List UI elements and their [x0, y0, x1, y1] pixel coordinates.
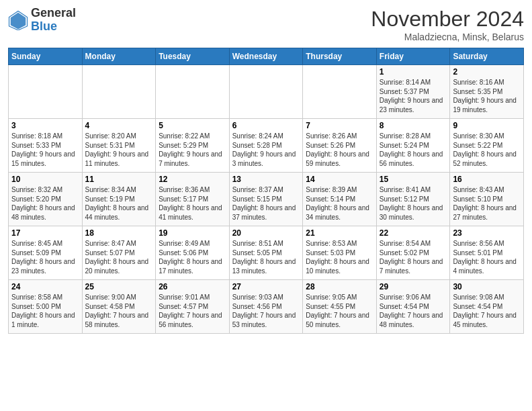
day-info: Sunrise: 8:14 AM Sunset: 5:37 PM Dayligh…	[380, 78, 447, 114]
calendar-cell: 21Sunrise: 8:53 AM Sunset: 5:03 PM Dayli…	[303, 226, 377, 280]
day-info: Sunrise: 8:18 AM Sunset: 5:33 PM Dayligh…	[11, 132, 79, 168]
logo-general: General	[31, 7, 76, 20]
calendar-cell: 15Sunrise: 8:41 AM Sunset: 5:12 PM Dayli…	[376, 173, 450, 226]
day-info: Sunrise: 8:56 AM Sunset: 5:01 PM Dayligh…	[453, 239, 521, 275]
day-number: 2	[453, 67, 521, 77]
day-number: 26	[159, 282, 226, 291]
calendar-cell: 10Sunrise: 8:32 AM Sunset: 5:20 PM Dayli…	[9, 173, 83, 226]
day-number: 29	[380, 282, 447, 291]
calendar-cell: 3Sunrise: 8:18 AM Sunset: 5:33 PM Daylig…	[9, 119, 83, 173]
day-number: 6	[232, 121, 300, 130]
calendar-cell: 30Sunrise: 9:08 AM Sunset: 4:54 PM Dayli…	[450, 280, 524, 334]
day-number: 8	[380, 121, 447, 130]
calendar-cell: 20Sunrise: 8:51 AM Sunset: 5:05 PM Dayli…	[229, 226, 303, 280]
calendar-cell	[82, 65, 156, 119]
header-monday: Monday	[82, 48, 156, 65]
day-number: 5	[159, 121, 226, 130]
day-info: Sunrise: 8:24 AM Sunset: 5:28 PM Dayligh…	[232, 132, 300, 168]
calendar-cell: 8Sunrise: 8:28 AM Sunset: 5:24 PM Daylig…	[376, 119, 450, 173]
day-info: Sunrise: 8:22 AM Sunset: 5:29 PM Dayligh…	[159, 132, 226, 168]
calendar-cell: 2Sunrise: 8:16 AM Sunset: 5:35 PM Daylig…	[450, 65, 524, 119]
day-number: 13	[232, 175, 300, 184]
calendar-cell: 16Sunrise: 8:43 AM Sunset: 5:10 PM Dayli…	[450, 173, 524, 226]
day-number: 15	[380, 175, 447, 184]
calendar-week-3: 17Sunrise: 8:45 AM Sunset: 5:09 PM Dayli…	[9, 226, 524, 280]
day-info: Sunrise: 8:41 AM Sunset: 5:12 PM Dayligh…	[380, 185, 447, 222]
calendar-cell	[9, 65, 83, 119]
day-number: 17	[11, 228, 79, 238]
day-number: 24	[11, 282, 79, 291]
day-info: Sunrise: 8:54 AM Sunset: 5:02 PM Dayligh…	[380, 239, 447, 275]
logo: General Blue	[8, 7, 76, 34]
day-info: Sunrise: 8:32 AM Sunset: 5:20 PM Dayligh…	[11, 185, 79, 222]
day-number: 11	[85, 175, 153, 184]
calendar-week-0: 1Sunrise: 8:14 AM Sunset: 5:37 PM Daylig…	[9, 65, 524, 119]
day-number: 3	[11, 121, 79, 130]
calendar-cell: 18Sunrise: 8:47 AM Sunset: 5:07 PM Dayli…	[82, 226, 156, 280]
day-info: Sunrise: 8:49 AM Sunset: 5:06 PM Dayligh…	[159, 239, 226, 275]
day-number: 19	[159, 228, 226, 238]
header-wednesday: Wednesday	[229, 48, 303, 65]
day-number: 14	[306, 175, 373, 184]
day-info: Sunrise: 9:01 AM Sunset: 4:57 PM Dayligh…	[159, 293, 226, 329]
day-info: Sunrise: 8:30 AM Sunset: 5:22 PM Dayligh…	[453, 132, 521, 168]
logo-text: General Blue	[31, 7, 76, 34]
title-block: November 2024 Maladziecna, Minsk, Belaru…	[371, 7, 524, 42]
day-info: Sunrise: 8:28 AM Sunset: 5:24 PM Dayligh…	[380, 132, 447, 168]
day-number: 20	[232, 228, 300, 238]
calendar-week-1: 3Sunrise: 8:18 AM Sunset: 5:33 PM Daylig…	[9, 119, 524, 173]
calendar-cell: 23Sunrise: 8:56 AM Sunset: 5:01 PM Dayli…	[450, 226, 524, 280]
calendar-cell: 27Sunrise: 9:03 AM Sunset: 4:56 PM Dayli…	[229, 280, 303, 334]
day-info: Sunrise: 9:05 AM Sunset: 4:55 PM Dayligh…	[306, 293, 373, 329]
calendar-cell: 14Sunrise: 8:39 AM Sunset: 5:14 PM Dayli…	[303, 173, 377, 226]
day-number: 23	[453, 228, 521, 238]
page-container: General Blue November 2024 Maladziecna, …	[0, 0, 532, 339]
day-info: Sunrise: 9:08 AM Sunset: 4:54 PM Dayligh…	[453, 293, 521, 329]
day-info: Sunrise: 8:43 AM Sunset: 5:10 PM Dayligh…	[453, 185, 521, 222]
calendar: Sunday Monday Tuesday Wednesday Thursday…	[8, 48, 524, 334]
day-number: 4	[85, 121, 153, 130]
day-number: 28	[306, 282, 373, 291]
calendar-cell: 1Sunrise: 8:14 AM Sunset: 5:37 PM Daylig…	[376, 65, 450, 119]
logo-icon	[8, 10, 28, 30]
day-number: 27	[232, 282, 300, 291]
calendar-cell: 13Sunrise: 8:37 AM Sunset: 5:15 PM Dayli…	[229, 173, 303, 226]
day-number: 9	[453, 121, 521, 130]
logo-blue: Blue	[31, 20, 76, 34]
day-info: Sunrise: 8:20 AM Sunset: 5:31 PM Dayligh…	[85, 132, 153, 168]
day-info: Sunrise: 8:47 AM Sunset: 5:07 PM Dayligh…	[85, 239, 153, 275]
calendar-week-2: 10Sunrise: 8:32 AM Sunset: 5:20 PM Dayli…	[9, 173, 524, 226]
day-number: 12	[159, 175, 226, 184]
day-number: 10	[11, 175, 79, 184]
calendar-cell: 22Sunrise: 8:54 AM Sunset: 5:02 PM Dayli…	[376, 226, 450, 280]
day-number: 22	[380, 228, 447, 238]
day-info: Sunrise: 8:53 AM Sunset: 5:03 PM Dayligh…	[306, 239, 373, 275]
day-info: Sunrise: 8:37 AM Sunset: 5:15 PM Dayligh…	[232, 185, 300, 222]
calendar-cell: 9Sunrise: 8:30 AM Sunset: 5:22 PM Daylig…	[450, 119, 524, 173]
calendar-cell: 5Sunrise: 8:22 AM Sunset: 5:29 PM Daylig…	[156, 119, 230, 173]
calendar-cell	[303, 65, 377, 119]
calendar-cell: 17Sunrise: 8:45 AM Sunset: 5:09 PM Dayli…	[9, 226, 83, 280]
header-row: Sunday Monday Tuesday Wednesday Thursday…	[9, 48, 524, 65]
day-info: Sunrise: 8:39 AM Sunset: 5:14 PM Dayligh…	[306, 185, 373, 222]
page-header: General Blue November 2024 Maladziecna, …	[8, 7, 524, 42]
header-saturday: Saturday	[450, 48, 524, 65]
day-number: 25	[85, 282, 153, 291]
calendar-cell: 24Sunrise: 8:58 AM Sunset: 5:00 PM Dayli…	[9, 280, 83, 334]
day-number: 18	[85, 228, 153, 238]
day-info: Sunrise: 8:26 AM Sunset: 5:26 PM Dayligh…	[306, 132, 373, 168]
calendar-cell: 6Sunrise: 8:24 AM Sunset: 5:28 PM Daylig…	[229, 119, 303, 173]
day-info: Sunrise: 9:00 AM Sunset: 4:58 PM Dayligh…	[85, 293, 153, 329]
calendar-cell	[229, 65, 303, 119]
day-number: 7	[306, 121, 373, 130]
header-tuesday: Tuesday	[156, 48, 230, 65]
calendar-cell	[156, 65, 230, 119]
calendar-cell: 26Sunrise: 9:01 AM Sunset: 4:57 PM Dayli…	[156, 280, 230, 334]
calendar-cell: 25Sunrise: 9:00 AM Sunset: 4:58 PM Dayli…	[82, 280, 156, 334]
header-sunday: Sunday	[9, 48, 83, 65]
calendar-cell: 4Sunrise: 8:20 AM Sunset: 5:31 PM Daylig…	[82, 119, 156, 173]
header-friday: Friday	[376, 48, 450, 65]
calendar-cell: 12Sunrise: 8:36 AM Sunset: 5:17 PM Dayli…	[156, 173, 230, 226]
svg-marker-0	[11, 13, 26, 30]
header-thursday: Thursday	[303, 48, 377, 65]
